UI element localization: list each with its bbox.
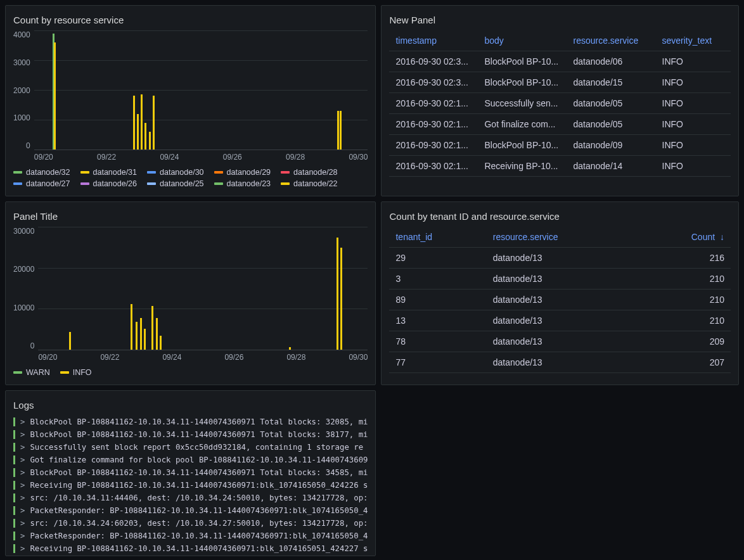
y-tick: 2000 xyxy=(13,86,30,95)
x-tick: 09/24 xyxy=(160,153,179,162)
log-row[interactable]: >Receiving BP-108841162-10.10.34.11-1440… xyxy=(13,479,368,492)
col-severity[interactable]: severity_text xyxy=(656,30,731,51)
severity-bar xyxy=(13,430,15,439)
expand-caret-icon[interactable]: > xyxy=(20,416,25,428)
legend-swatch xyxy=(80,171,89,174)
legend-item[interactable]: datanode/28 xyxy=(281,168,338,177)
panel-panel-title[interactable]: Panel Title 3000020000100000 09/2009/220… xyxy=(5,201,376,385)
x-tick: 09/24 xyxy=(162,353,181,362)
legend-item[interactable]: datanode/27 xyxy=(13,179,70,188)
expand-caret-icon[interactable]: > xyxy=(20,492,25,504)
legend-item[interactable]: datanode/23 xyxy=(214,179,271,188)
log-row[interactable]: >BlockPool BP-108841162-10.10.34.11-1440… xyxy=(13,466,368,479)
y-tick: 30000 xyxy=(13,227,34,236)
legend-item[interactable]: WARN xyxy=(13,368,50,377)
severity-bar xyxy=(13,506,15,515)
y-tick: 3000 xyxy=(13,58,30,67)
col-count[interactable]: Count ↓ xyxy=(640,227,731,248)
cell-tenant-id: 29 xyxy=(389,248,486,269)
table-row[interactable]: 78datanode/13209 xyxy=(389,331,731,352)
y-tick: 10000 xyxy=(13,303,34,312)
severity-bar xyxy=(13,493,15,502)
cell-service: datanode/15 xyxy=(567,72,655,93)
panel-logs[interactable]: Logs >BlockPool BP-108841162-10.10.34.11… xyxy=(5,390,376,556)
log-row[interactable]: >Got finalize command for block pool BP-… xyxy=(13,454,368,466)
expand-caret-icon[interactable]: > xyxy=(20,479,25,492)
legend-item[interactable]: datanode/22 xyxy=(281,179,338,188)
legend-swatch xyxy=(147,182,156,185)
col-body[interactable]: body xyxy=(478,30,567,51)
legend-item[interactable]: datanode/32 xyxy=(13,168,70,177)
cell-body: Successfully sen... xyxy=(478,93,567,114)
table-row[interactable]: 2016-09-30 02:3...BlockPool BP-10...data… xyxy=(389,72,731,93)
severity-bar xyxy=(13,519,15,528)
data-spike xyxy=(140,318,142,350)
table-row[interactable]: 2016-09-30 02:1...BlockPool BP-10...data… xyxy=(389,135,731,156)
expand-caret-icon[interactable]: > xyxy=(20,466,25,479)
cell-service: datanode/13 xyxy=(487,331,640,352)
table-row[interactable]: 13datanode/13210 xyxy=(389,310,731,331)
legend-swatch xyxy=(214,171,223,174)
panel-count-tenant[interactable]: Count by tenant ID and resource.service … xyxy=(381,201,739,385)
legend-item[interactable]: datanode/31 xyxy=(80,168,138,177)
cell-count: 209 xyxy=(640,331,731,352)
cell-service: datanode/13 xyxy=(487,310,640,331)
panel-title: New Panel xyxy=(389,11,731,30)
expand-caret-icon[interactable]: > xyxy=(20,542,25,555)
expand-caret-icon[interactable]: > xyxy=(20,504,25,517)
severity-bar xyxy=(13,531,15,540)
table-row[interactable]: 77datanode/13207 xyxy=(389,352,731,373)
data-spike xyxy=(156,318,158,350)
legend-item[interactable]: datanode/30 xyxy=(147,168,204,177)
col-service[interactable]: resource.service xyxy=(567,30,655,51)
panel-new-panel[interactable]: New Panel timestamp body resource.servic… xyxy=(381,5,739,196)
x-tick: 09/28 xyxy=(286,353,305,362)
legend-item[interactable]: datanode/25 xyxy=(147,179,204,188)
legend-swatch xyxy=(13,371,22,374)
col-timestamp[interactable]: timestamp xyxy=(389,30,478,51)
log-row[interactable]: >Receiving BP-108841162-10.10.34.11-1440… xyxy=(13,542,368,555)
cell-count: 207 xyxy=(640,352,731,373)
panel-count-by-service[interactable]: Count by resource service 40003000200010… xyxy=(5,5,376,196)
legend-swatch xyxy=(13,171,22,174)
expand-caret-icon[interactable]: > xyxy=(20,454,25,466)
plot[interactable] xyxy=(38,227,368,350)
legend-item[interactable]: INFO xyxy=(60,368,92,377)
expand-caret-icon[interactable]: > xyxy=(20,441,25,454)
log-row[interactable]: >src: /10.10.34.24:60203, dest: /10.10.3… xyxy=(13,517,368,530)
expand-caret-icon[interactable]: > xyxy=(20,530,25,542)
legend-item[interactable]: datanode/29 xyxy=(214,168,271,177)
log-row[interactable]: >BlockPool BP-108841162-10.10.34.11-1440… xyxy=(13,428,368,441)
legend-label: datanode/25 xyxy=(160,179,204,188)
log-row[interactable]: >PacketResponder: BP-108841162-10.10.34.… xyxy=(13,530,368,542)
table-row[interactable]: 3datanode/13210 xyxy=(389,269,731,290)
plot[interactable] xyxy=(34,30,368,150)
table-row[interactable]: 2016-09-30 02:1...Receiving BP-10...data… xyxy=(389,156,731,177)
table-row[interactable]: 2016-09-30 02:1...Got finalize com...dat… xyxy=(389,114,731,135)
cell-timestamp: 2016-09-30 02:1... xyxy=(389,114,478,135)
x-tick: 09/26 xyxy=(223,153,242,162)
legend-swatch xyxy=(80,182,89,185)
dashboard-grid: Count by resource service 40003000200010… xyxy=(5,5,739,556)
log-row[interactable]: >src: /10.10.34.11:44406, dest: /10.10.3… xyxy=(13,492,368,504)
expand-caret-icon[interactable]: > xyxy=(20,517,25,530)
table-row[interactable]: 2016-09-30 02:1...Successfully sen...dat… xyxy=(389,93,731,114)
cell-timestamp: 2016-09-30 02:1... xyxy=(389,156,478,177)
table-row[interactable]: 2016-09-30 02:3...BlockPool BP-10...data… xyxy=(389,51,731,72)
legend-swatch xyxy=(60,371,69,374)
data-spike xyxy=(149,132,151,150)
expand-caret-icon[interactable]: > xyxy=(20,428,25,441)
log-row[interactable]: >BlockPool BP-108841162-10.10.34.11-1440… xyxy=(13,416,368,428)
cell-severity: INFO xyxy=(656,51,731,72)
col-service[interactable]: resource.service xyxy=(487,227,640,248)
table-row[interactable]: 29datanode/13216 xyxy=(389,248,731,269)
legend-item[interactable]: datanode/26 xyxy=(80,179,138,188)
col-tenant-id[interactable]: tenant_id xyxy=(389,227,486,248)
panel-title: Logs xyxy=(13,396,368,416)
log-row[interactable]: >Successfully sent block report 0x5cc50d… xyxy=(13,441,368,454)
table-row[interactable]: 89datanode/13210 xyxy=(389,290,731,310)
legend-swatch xyxy=(281,171,290,174)
logs-body[interactable]: >BlockPool BP-108841162-10.10.34.11-1440… xyxy=(13,416,368,555)
log-row[interactable]: >PacketResponder: BP-108841162-10.10.34.… xyxy=(13,504,368,517)
x-tick: 09/22 xyxy=(100,353,119,362)
